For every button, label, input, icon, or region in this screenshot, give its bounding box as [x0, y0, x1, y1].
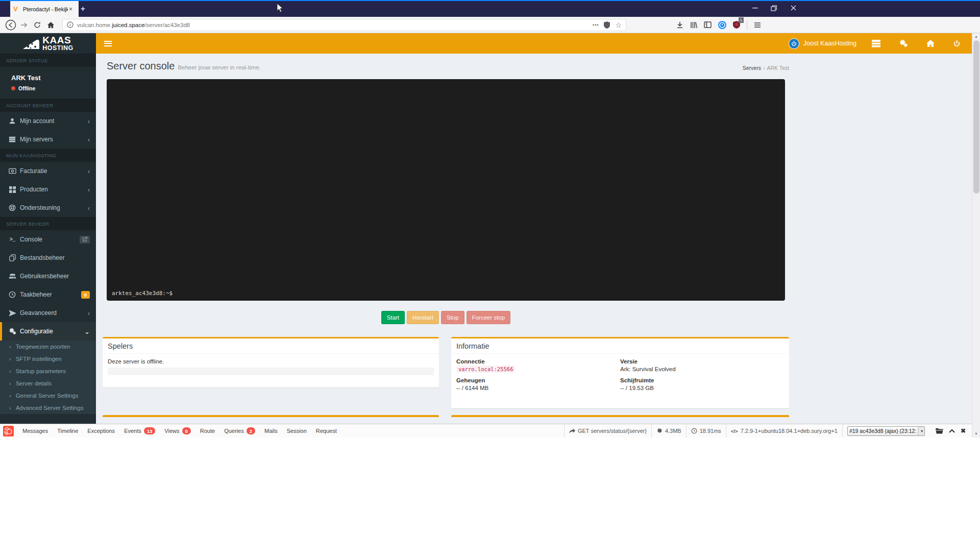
sidebar-toggle-hamburger-icon[interactable]: [104, 41, 112, 46]
browser-tab[interactable]: V Pterodactyl - Bekijk server ARK ×: [10, 1, 79, 17]
sidebar-item-label: Console: [20, 236, 42, 243]
home-button-icon[interactable]: [44, 18, 57, 32]
protection-shield-icon[interactable]: [604, 21, 610, 29]
desktop-background: [0, 437, 980, 535]
app-viewport: KAAS HOSTING SERVER STATUS ARK Test Offl…: [0, 33, 972, 437]
sidebar-item-geavanceerd[interactable]: Geavanceerd ‹: [0, 304, 96, 322]
submenu-label: SFTP instellingen: [16, 356, 62, 362]
window-close-button[interactable]: [782, 0, 804, 16]
sidebar-item-label: Ondersteuning: [20, 204, 60, 211]
navbar-username[interactable]: Joost KaasHosting: [803, 40, 856, 47]
herstart-button[interactable]: Herstart: [407, 311, 439, 324]
scrollbar-up-arrow[interactable]: ▲: [972, 33, 980, 40]
scrollbar-thumb[interactable]: [973, 40, 979, 193]
debug-tab-timeline[interactable]: Timeline: [53, 424, 83, 437]
chevron-down-icon: ⌄: [84, 328, 90, 335]
sidebar-item-facturatie[interactable]: Facturatie ‹: [0, 162, 96, 180]
info-field-geheugen: Geheugen -- / 6144 MB: [456, 377, 620, 391]
page-title: Server console: [107, 60, 175, 71]
info-field-versie: Versie Ark: Survival Evolved: [620, 358, 784, 372]
page-actions-icon[interactable]: •••: [593, 22, 599, 28]
sidebar-toggle-icon[interactable]: [704, 21, 712, 28]
debug-tab-exceptions[interactable]: Exceptions: [83, 424, 119, 437]
informatie-title: Informatie: [451, 338, 789, 354]
forward-button-icon[interactable]: [17, 18, 31, 32]
schijfruimte-value: -- / 19.53 GB: [620, 385, 784, 391]
navbar-settings-cogs-icon[interactable]: [899, 39, 908, 47]
start-button[interactable]: Start: [381, 311, 405, 324]
sidebar-item-mijn-servers[interactable]: Mijn servers ‹: [0, 130, 96, 149]
submenu-item-general-server-settings[interactable]: ›General Server Settings: [0, 390, 96, 402]
url-bar[interactable]: vulcan.home.juiced.space/server/ac43e3d8…: [62, 19, 626, 31]
events-count-badge: 13: [144, 427, 156, 434]
stop-button[interactable]: Stop: [441, 311, 464, 324]
sidebar-item-label: Geavanceerd: [20, 309, 57, 317]
submenu-item-sftp-instellingen[interactable]: ›SFTP instellingen: [0, 353, 96, 365]
debug-maximize-chevron-icon[interactable]: [949, 429, 955, 433]
sidebar-item-producten[interactable]: Producten ‹: [0, 180, 96, 199]
debug-tab-messages[interactable]: Messages: [18, 424, 53, 437]
sidebar-item-gebruikersbeheer[interactable]: Gebruikersbeheer: [0, 267, 96, 285]
library-icon[interactable]: [690, 21, 697, 29]
navbar-home-icon[interactable]: [926, 40, 935, 47]
laravel-logo-icon[interactable]: [3, 426, 14, 436]
request-history-select[interactable]: #19 ac43e3d8 (ajax) (23:12: ▼: [847, 426, 925, 436]
external-link-icon: [82, 237, 87, 242]
debug-folder-icon[interactable]: [936, 428, 943, 434]
submenu-item-startup-parameters[interactable]: ›Startup parameters: [0, 365, 96, 377]
scrollbar-down-arrow[interactable]: ▼: [972, 430, 980, 437]
debug-tab-route[interactable]: Route: [195, 424, 219, 437]
navbar-servers-icon[interactable]: [872, 40, 880, 47]
submenu-item-toegewezen-poorten[interactable]: ›Toegewezen poorten: [0, 341, 96, 353]
sidebar-item-configuratie[interactable]: Configuratie ⌄: [0, 322, 96, 341]
chevron-right-icon: ›: [9, 380, 11, 386]
sidebar-item-console[interactable]: >_ Console: [0, 230, 96, 249]
debug-tab-events[interactable]: Events13: [119, 424, 160, 437]
cutoff-panel-left: [103, 415, 439, 417]
sidebar-item-taakbeheer[interactable]: Taakbeheer 0: [0, 285, 96, 304]
forceer-stop-button[interactable]: Forceer stop: [467, 311, 511, 324]
tab-close-icon[interactable]: ×: [69, 6, 72, 13]
debug-close-icon[interactable]: ✖: [961, 427, 966, 434]
console-popout-button[interactable]: [80, 236, 90, 244]
reload-button-icon[interactable]: [31, 18, 44, 32]
users-icon: [8, 273, 17, 279]
chevron-left-icon: ‹: [88, 136, 90, 143]
bookmark-star-icon[interactable]: ☆: [615, 21, 622, 29]
clock-icon: [8, 291, 17, 298]
chevron-left-icon: ‹: [88, 186, 90, 193]
site-info-icon[interactable]: [67, 21, 74, 28]
breadcrumb-active: ARK Test: [767, 65, 789, 71]
breadcrumb-servers-link[interactable]: Servers: [743, 65, 761, 71]
debug-tab-queries[interactable]: Queries2: [219, 424, 260, 437]
geheugen-value: -- / 6144 MB: [456, 385, 620, 391]
sidebar-item-label: Configuratie: [20, 328, 53, 335]
debug-tab-views[interactable]: Views0: [160, 424, 195, 437]
kaashosting-logo[interactable]: KAAS HOSTING: [0, 33, 96, 54]
debug-tab-session[interactable]: Session: [282, 424, 311, 437]
page-subtitle: Beheer jouw server in real-time.: [178, 64, 260, 70]
server-console-terminal[interactable]: arktes_ac43e3d8:~$: [107, 79, 785, 301]
debug-tab-label: Session: [287, 428, 307, 434]
submenu-item-server-details[interactable]: ›Server details: [0, 377, 96, 390]
submenu-label: Startup parameters: [16, 368, 66, 374]
password-manager-icon[interactable]: [718, 21, 726, 29]
sidebar-item-bestandsbeheer[interactable]: Bestandsbeheer: [0, 249, 96, 267]
debug-time-segment: 18.91ms: [686, 424, 726, 437]
debug-tab-label: Views: [164, 428, 179, 434]
power-logo-icon: [791, 40, 797, 47]
download-icon[interactable]: [676, 21, 683, 29]
new-tab-button[interactable]: +: [81, 4, 85, 13]
debug-tab-request[interactable]: Request: [311, 424, 341, 437]
sidebar-item-mijn-account[interactable]: Mijn account ‹: [0, 112, 96, 130]
menu-hamburger-icon[interactable]: [754, 22, 761, 28]
back-button-icon[interactable]: [4, 18, 17, 32]
main-content: Server consoleBeheer jouw server in real…: [96, 54, 972, 424]
submenu-item-advanced-server-settings[interactable]: ›Advanced Server Settings: [0, 402, 96, 414]
geheugen-label: Geheugen: [456, 377, 620, 383]
debug-tab-mails[interactable]: Mails: [260, 424, 282, 437]
page-scrollbar[interactable]: ▲ ▼: [972, 33, 980, 437]
sidebar-item-ondersteuning[interactable]: Ondersteuning ‹: [0, 199, 96, 217]
navbar-logout-power-icon[interactable]: [953, 40, 961, 47]
adblock-shield-icon[interactable]: 1: [733, 21, 740, 29]
